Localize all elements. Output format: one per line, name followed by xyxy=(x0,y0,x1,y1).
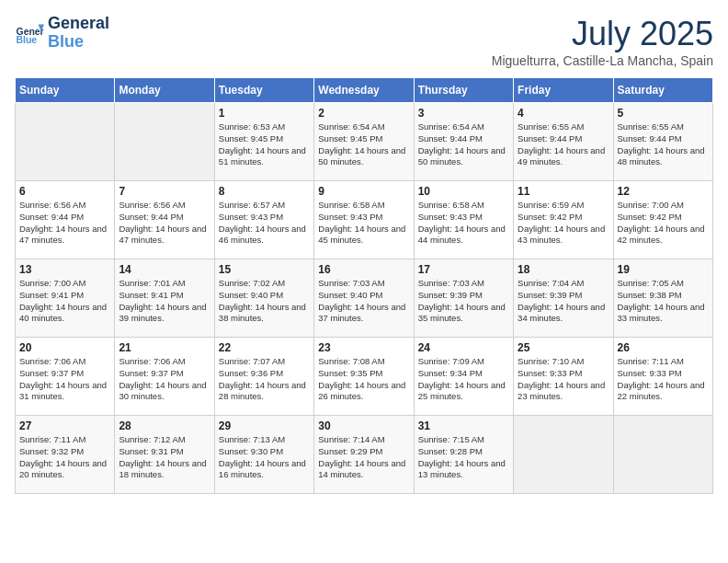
weekday-header-cell: Monday xyxy=(115,78,214,103)
calendar-day-cell: 13Sunrise: 7:00 AM Sunset: 9:41 PM Dayli… xyxy=(16,259,115,338)
weekday-header-row: SundayMondayTuesdayWednesdayThursdayFrid… xyxy=(16,78,713,103)
calendar-day-cell: 24Sunrise: 7:09 AM Sunset: 9:34 PM Dayli… xyxy=(414,338,513,416)
day-number: 3 xyxy=(418,107,509,120)
logo-icon: General Blue xyxy=(15,18,44,48)
day-number: 26 xyxy=(618,341,709,354)
day-info: Sunrise: 7:08 AM Sunset: 9:35 PM Dayligh… xyxy=(318,356,409,403)
weekday-header-cell: Friday xyxy=(514,78,613,103)
calendar-day-cell: 23Sunrise: 7:08 AM Sunset: 9:35 PM Dayli… xyxy=(314,338,414,416)
day-info: Sunrise: 7:06 AM Sunset: 9:37 PM Dayligh… xyxy=(119,356,210,403)
calendar-day-cell: 4Sunrise: 6:55 AM Sunset: 9:44 PM Daylig… xyxy=(514,103,613,181)
day-info: Sunrise: 6:55 AM Sunset: 9:44 PM Dayligh… xyxy=(618,121,709,168)
calendar-day-cell: 15Sunrise: 7:02 AM Sunset: 9:40 PM Dayli… xyxy=(214,259,313,338)
day-number: 6 xyxy=(19,185,110,198)
calendar-day-cell: 11Sunrise: 6:59 AM Sunset: 9:42 PM Dayli… xyxy=(514,181,613,259)
calendar-day-cell: 10Sunrise: 6:58 AM Sunset: 9:43 PM Dayli… xyxy=(414,181,513,259)
calendar-day-cell xyxy=(115,103,214,181)
day-number: 25 xyxy=(518,341,609,354)
calendar-day-cell: 30Sunrise: 7:14 AM Sunset: 9:29 PM Dayli… xyxy=(314,416,414,494)
calendar-day-cell: 19Sunrise: 7:05 AM Sunset: 9:38 PM Dayli… xyxy=(613,259,712,338)
calendar-week-row: 13Sunrise: 7:00 AM Sunset: 9:41 PM Dayli… xyxy=(16,259,713,338)
day-info: Sunrise: 7:05 AM Sunset: 9:38 PM Dayligh… xyxy=(618,278,709,325)
calendar-day-cell xyxy=(613,416,712,494)
day-info: Sunrise: 7:03 AM Sunset: 9:40 PM Dayligh… xyxy=(318,278,409,325)
day-number: 18 xyxy=(518,263,609,276)
calendar-day-cell: 12Sunrise: 7:00 AM Sunset: 9:42 PM Dayli… xyxy=(613,181,712,259)
day-info: Sunrise: 7:03 AM Sunset: 9:39 PM Dayligh… xyxy=(418,278,509,325)
calendar-day-cell xyxy=(514,416,613,494)
day-info: Sunrise: 6:57 AM Sunset: 9:43 PM Dayligh… xyxy=(219,200,310,247)
day-info: Sunrise: 6:54 AM Sunset: 9:45 PM Dayligh… xyxy=(318,121,409,168)
day-number: 24 xyxy=(418,341,509,354)
calendar-day-cell: 16Sunrise: 7:03 AM Sunset: 9:40 PM Dayli… xyxy=(314,259,414,338)
day-number: 7 xyxy=(119,185,210,198)
day-info: Sunrise: 6:56 AM Sunset: 9:44 PM Dayligh… xyxy=(119,200,210,247)
day-info: Sunrise: 7:15 AM Sunset: 9:28 PM Dayligh… xyxy=(418,434,509,481)
day-number: 23 xyxy=(318,341,409,354)
day-info: Sunrise: 7:06 AM Sunset: 9:37 PM Dayligh… xyxy=(19,356,110,403)
calendar-day-cell: 1Sunrise: 6:53 AM Sunset: 9:45 PM Daylig… xyxy=(214,103,313,181)
calendar-week-row: 27Sunrise: 7:11 AM Sunset: 9:32 PM Dayli… xyxy=(16,416,713,494)
day-info: Sunrise: 7:07 AM Sunset: 9:36 PM Dayligh… xyxy=(219,356,310,403)
day-number: 5 xyxy=(618,107,709,120)
calendar-day-cell: 22Sunrise: 7:07 AM Sunset: 9:36 PM Dayli… xyxy=(214,338,313,416)
calendar-day-cell: 21Sunrise: 7:06 AM Sunset: 9:37 PM Dayli… xyxy=(115,338,214,416)
day-number: 11 xyxy=(518,185,609,198)
calendar-day-cell: 31Sunrise: 7:15 AM Sunset: 9:28 PM Dayli… xyxy=(414,416,513,494)
page-header: General Blue General Blue July 2025 Migu… xyxy=(15,15,713,68)
svg-text:Blue: Blue xyxy=(17,35,38,45)
logo: General Blue General Blue xyxy=(15,15,109,52)
day-info: Sunrise: 6:58 AM Sunset: 9:43 PM Dayligh… xyxy=(418,200,509,247)
weekday-header-cell: Thursday xyxy=(414,78,513,103)
day-number: 21 xyxy=(119,341,210,354)
calendar-day-cell: 18Sunrise: 7:04 AM Sunset: 9:39 PM Dayli… xyxy=(514,259,613,338)
calendar-day-cell: 5Sunrise: 6:55 AM Sunset: 9:44 PM Daylig… xyxy=(613,103,712,181)
day-number: 10 xyxy=(418,185,509,198)
location: Miguelturra, Castille-La Mancha, Spain xyxy=(492,53,713,68)
calendar-week-row: 20Sunrise: 7:06 AM Sunset: 9:37 PM Dayli… xyxy=(16,338,713,416)
day-info: Sunrise: 7:00 AM Sunset: 9:42 PM Dayligh… xyxy=(618,200,709,247)
day-info: Sunrise: 7:04 AM Sunset: 9:39 PM Dayligh… xyxy=(518,278,609,325)
calendar-day-cell: 2Sunrise: 6:54 AM Sunset: 9:45 PM Daylig… xyxy=(314,103,414,181)
calendar-day-cell: 28Sunrise: 7:12 AM Sunset: 9:31 PM Dayli… xyxy=(115,416,214,494)
day-number: 13 xyxy=(19,263,110,276)
day-number: 22 xyxy=(219,341,310,354)
day-number: 17 xyxy=(418,263,509,276)
weekday-header-cell: Wednesday xyxy=(314,78,414,103)
calendar-day-cell: 29Sunrise: 7:13 AM Sunset: 9:30 PM Dayli… xyxy=(214,416,313,494)
calendar-day-cell: 26Sunrise: 7:11 AM Sunset: 9:33 PM Dayli… xyxy=(613,338,712,416)
day-info: Sunrise: 7:14 AM Sunset: 9:29 PM Dayligh… xyxy=(318,434,409,481)
calendar-day-cell: 9Sunrise: 6:58 AM Sunset: 9:43 PM Daylig… xyxy=(314,181,414,259)
calendar-day-cell: 6Sunrise: 6:56 AM Sunset: 9:44 PM Daylig… xyxy=(16,181,115,259)
day-number: 4 xyxy=(518,107,609,120)
day-number: 29 xyxy=(219,419,310,432)
calendar-day-cell: 27Sunrise: 7:11 AM Sunset: 9:32 PM Dayli… xyxy=(16,416,115,494)
title-block: July 2025 Miguelturra, Castille-La Manch… xyxy=(492,15,713,68)
day-info: Sunrise: 7:12 AM Sunset: 9:31 PM Dayligh… xyxy=(119,434,210,481)
day-info: Sunrise: 7:10 AM Sunset: 9:33 PM Dayligh… xyxy=(518,356,609,403)
day-number: 16 xyxy=(318,263,409,276)
day-number: 28 xyxy=(119,419,210,432)
calendar-day-cell: 8Sunrise: 6:57 AM Sunset: 9:43 PM Daylig… xyxy=(214,181,313,259)
day-number: 12 xyxy=(618,185,709,198)
day-number: 27 xyxy=(19,419,110,432)
weekday-header-cell: Saturday xyxy=(613,78,712,103)
day-info: Sunrise: 7:00 AM Sunset: 9:41 PM Dayligh… xyxy=(19,278,110,325)
calendar-body: 1Sunrise: 6:53 AM Sunset: 9:45 PM Daylig… xyxy=(16,103,713,494)
month-title: July 2025 xyxy=(492,15,713,53)
calendar-day-cell: 3Sunrise: 6:54 AM Sunset: 9:44 PM Daylig… xyxy=(414,103,513,181)
day-info: Sunrise: 6:58 AM Sunset: 9:43 PM Dayligh… xyxy=(318,200,409,247)
day-info: Sunrise: 7:01 AM Sunset: 9:41 PM Dayligh… xyxy=(119,278,210,325)
calendar-day-cell: 20Sunrise: 7:06 AM Sunset: 9:37 PM Dayli… xyxy=(16,338,115,416)
day-info: Sunrise: 7:11 AM Sunset: 9:32 PM Dayligh… xyxy=(19,434,110,481)
calendar-day-cell: 25Sunrise: 7:10 AM Sunset: 9:33 PM Dayli… xyxy=(514,338,613,416)
calendar-day-cell: 17Sunrise: 7:03 AM Sunset: 9:39 PM Dayli… xyxy=(414,259,513,338)
day-info: Sunrise: 6:56 AM Sunset: 9:44 PM Dayligh… xyxy=(19,200,110,247)
day-info: Sunrise: 6:55 AM Sunset: 9:44 PM Dayligh… xyxy=(518,121,609,168)
day-info: Sunrise: 7:02 AM Sunset: 9:40 PM Dayligh… xyxy=(219,278,310,325)
day-number: 2 xyxy=(318,107,409,120)
calendar-week-row: 6Sunrise: 6:56 AM Sunset: 9:44 PM Daylig… xyxy=(16,181,713,259)
weekday-header-cell: Sunday xyxy=(16,78,115,103)
weekday-header-cell: Tuesday xyxy=(214,78,313,103)
day-number: 1 xyxy=(219,107,310,120)
